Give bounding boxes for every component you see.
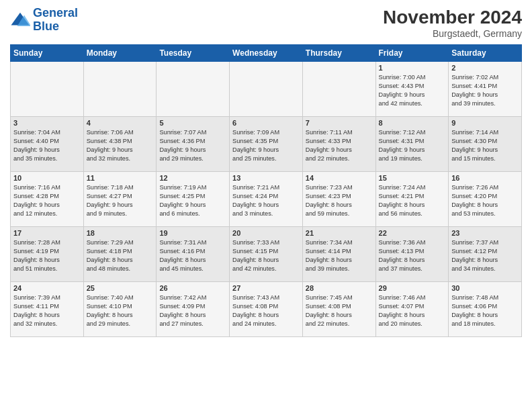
calendar-cell: 10Sunrise: 7:16 AM Sunset: 4:28 PM Dayli…: [11, 172, 84, 227]
calendar-cell: 22Sunrise: 7:36 AM Sunset: 4:13 PM Dayli…: [375, 227, 449, 282]
calendar-cell: 1Sunrise: 7:00 AM Sunset: 4:43 PM Daylig…: [375, 62, 449, 117]
logo-icon: [10, 10, 30, 30]
day-number: 14: [306, 174, 373, 182]
weekday-header: Friday: [375, 45, 449, 62]
day-number: 1: [379, 64, 446, 72]
calendar-cell: 12Sunrise: 7:19 AM Sunset: 4:25 PM Dayli…: [157, 172, 230, 227]
calendar-cell: 17Sunrise: 7:28 AM Sunset: 4:19 PM Dayli…: [11, 227, 84, 282]
calendar-cell: [302, 62, 375, 117]
title-block: November 2024 Burgstaedt, Germany: [383, 7, 522, 39]
calendar-cell: 28Sunrise: 7:45 AM Sunset: 4:08 PM Dayli…: [302, 282, 375, 337]
day-info: Sunrise: 7:26 AM Sunset: 4:20 PM Dayligh…: [451, 183, 519, 218]
calendar-cell: [11, 62, 84, 117]
day-number: 15: [379, 174, 446, 182]
weekday-header: Monday: [83, 45, 157, 62]
day-number: 26: [159, 284, 226, 292]
day-number: 4: [87, 119, 154, 127]
calendar-cell: 13Sunrise: 7:21 AM Sunset: 4:24 PM Dayli…: [230, 172, 303, 227]
calendar-week-row: 1Sunrise: 7:00 AM Sunset: 4:43 PM Daylig…: [11, 62, 522, 117]
day-info: Sunrise: 7:39 AM Sunset: 4:11 PM Dayligh…: [13, 293, 81, 328]
day-number: 5: [159, 119, 226, 127]
day-number: 24: [13, 284, 81, 292]
day-number: 29: [379, 284, 446, 292]
calendar-cell: 23Sunrise: 7:37 AM Sunset: 4:12 PM Dayli…: [449, 227, 522, 282]
day-number: 12: [159, 174, 226, 182]
day-info: Sunrise: 7:31 AM Sunset: 4:16 PM Dayligh…: [159, 238, 226, 273]
day-number: 23: [451, 229, 519, 237]
day-info: Sunrise: 7:23 AM Sunset: 4:23 PM Dayligh…: [306, 183, 373, 218]
logo: General Blue: [10, 7, 78, 34]
weekday-header: Wednesday: [230, 45, 303, 62]
calendar-cell: 5Sunrise: 7:07 AM Sunset: 4:36 PM Daylig…: [157, 117, 230, 172]
day-number: 10: [13, 174, 81, 182]
logo-line1: General: [33, 7, 78, 20]
day-info: Sunrise: 7:28 AM Sunset: 4:19 PM Dayligh…: [13, 238, 81, 273]
calendar-week-row: 10Sunrise: 7:16 AM Sunset: 4:28 PM Dayli…: [11, 172, 522, 227]
calendar-cell: 4Sunrise: 7:06 AM Sunset: 4:38 PM Daylig…: [83, 117, 157, 172]
calendar-cell: 30Sunrise: 7:48 AM Sunset: 4:06 PM Dayli…: [449, 282, 522, 337]
calendar-cell: [230, 62, 303, 117]
calendar-cell: 21Sunrise: 7:34 AM Sunset: 4:14 PM Dayli…: [302, 227, 375, 282]
day-info: Sunrise: 7:00 AM Sunset: 4:43 PM Dayligh…: [379, 73, 446, 108]
calendar-cell: 11Sunrise: 7:18 AM Sunset: 4:27 PM Dayli…: [83, 172, 157, 227]
day-info: Sunrise: 7:19 AM Sunset: 4:25 PM Dayligh…: [159, 183, 226, 218]
day-info: Sunrise: 7:18 AM Sunset: 4:27 PM Dayligh…: [87, 183, 154, 218]
calendar-cell: 19Sunrise: 7:31 AM Sunset: 4:16 PM Dayli…: [157, 227, 230, 282]
day-number: 28: [306, 284, 373, 292]
day-number: 25: [87, 284, 154, 292]
day-number: 9: [451, 119, 519, 127]
calendar-cell: 6Sunrise: 7:09 AM Sunset: 4:35 PM Daylig…: [230, 117, 303, 172]
calendar-cell: 18Sunrise: 7:29 AM Sunset: 4:18 PM Dayli…: [83, 227, 157, 282]
day-info: Sunrise: 7:14 AM Sunset: 4:30 PM Dayligh…: [451, 128, 519, 163]
day-info: Sunrise: 7:09 AM Sunset: 4:35 PM Dayligh…: [232, 128, 300, 163]
day-info: Sunrise: 7:21 AM Sunset: 4:24 PM Dayligh…: [232, 183, 300, 218]
calendar-cell: 24Sunrise: 7:39 AM Sunset: 4:11 PM Dayli…: [11, 282, 84, 337]
day-number: 16: [451, 174, 519, 182]
calendar-cell: 15Sunrise: 7:24 AM Sunset: 4:21 PM Dayli…: [375, 172, 449, 227]
page-container: General Blue November 2024 Burgstaedt, G…: [0, 0, 532, 344]
day-number: 30: [451, 284, 519, 292]
calendar-table: SundayMondayTuesdayWednesdayThursdayFrid…: [10, 44, 522, 337]
day-number: 22: [379, 229, 446, 237]
day-info: Sunrise: 7:48 AM Sunset: 4:06 PM Dayligh…: [451, 293, 519, 328]
day-info: Sunrise: 7:12 AM Sunset: 4:31 PM Dayligh…: [379, 128, 446, 163]
day-info: Sunrise: 7:29 AM Sunset: 4:18 PM Dayligh…: [87, 238, 154, 273]
calendar-week-row: 3Sunrise: 7:04 AM Sunset: 4:40 PM Daylig…: [11, 117, 522, 172]
calendar-cell: [83, 62, 157, 117]
day-info: Sunrise: 7:04 AM Sunset: 4:40 PM Dayligh…: [13, 128, 81, 163]
day-number: 8: [379, 119, 446, 127]
day-info: Sunrise: 7:33 AM Sunset: 4:15 PM Dayligh…: [232, 238, 300, 273]
month-title: November 2024: [383, 7, 522, 28]
weekday-header: Thursday: [302, 45, 375, 62]
day-number: 11: [87, 174, 154, 182]
day-number: 3: [13, 119, 81, 127]
day-info: Sunrise: 7:07 AM Sunset: 4:36 PM Dayligh…: [159, 128, 226, 163]
day-info: Sunrise: 7:36 AM Sunset: 4:13 PM Dayligh…: [379, 238, 446, 273]
day-number: 13: [232, 174, 300, 182]
day-info: Sunrise: 7:06 AM Sunset: 4:38 PM Dayligh…: [87, 128, 154, 163]
weekday-header: Saturday: [449, 45, 522, 62]
calendar-cell: 3Sunrise: 7:04 AM Sunset: 4:40 PM Daylig…: [11, 117, 84, 172]
calendar-cell: [157, 62, 230, 117]
weekday-header: Sunday: [11, 45, 84, 62]
day-info: Sunrise: 7:24 AM Sunset: 4:21 PM Dayligh…: [379, 183, 446, 218]
calendar-cell: 9Sunrise: 7:14 AM Sunset: 4:30 PM Daylig…: [449, 117, 522, 172]
calendar-cell: 27Sunrise: 7:43 AM Sunset: 4:08 PM Dayli…: [230, 282, 303, 337]
day-number: 20: [232, 229, 300, 237]
logo-text: General Blue: [33, 7, 78, 34]
day-info: Sunrise: 7:34 AM Sunset: 4:14 PM Dayligh…: [306, 238, 373, 273]
day-number: 19: [159, 229, 226, 237]
calendar-cell: 29Sunrise: 7:46 AM Sunset: 4:07 PM Dayli…: [375, 282, 449, 337]
calendar-cell: 20Sunrise: 7:33 AM Sunset: 4:15 PM Dayli…: [230, 227, 303, 282]
day-info: Sunrise: 7:37 AM Sunset: 4:12 PM Dayligh…: [451, 238, 519, 273]
day-info: Sunrise: 7:43 AM Sunset: 4:08 PM Dayligh…: [232, 293, 300, 328]
day-number: 18: [87, 229, 154, 237]
weekday-header: Tuesday: [157, 45, 230, 62]
day-info: Sunrise: 7:40 AM Sunset: 4:10 PM Dayligh…: [87, 293, 154, 328]
day-info: Sunrise: 7:46 AM Sunset: 4:07 PM Dayligh…: [379, 293, 446, 328]
logo-line2: Blue: [33, 20, 78, 34]
calendar-cell: 8Sunrise: 7:12 AM Sunset: 4:31 PM Daylig…: [375, 117, 449, 172]
calendar-week-row: 24Sunrise: 7:39 AM Sunset: 4:11 PM Dayli…: [11, 282, 522, 337]
day-number: 27: [232, 284, 300, 292]
calendar-cell: 25Sunrise: 7:40 AM Sunset: 4:10 PM Dayli…: [83, 282, 157, 337]
